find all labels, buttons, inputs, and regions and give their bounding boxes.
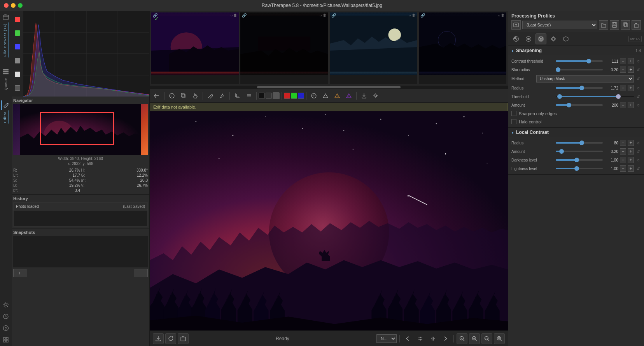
amount-slider[interactable]	[556, 102, 603, 108]
maximize-button[interactable]	[18, 3, 23, 8]
image-area[interactable]	[150, 111, 508, 330]
sidebar-item-settings[interactable]	[1, 300, 10, 309]
contrast-threshold-slider[interactable]	[556, 58, 603, 64]
histogram-red-toggle[interactable]	[15, 17, 20, 22]
triangle-tool-button[interactable]	[320, 90, 331, 101]
blur-radius-slider[interactable]	[556, 67, 603, 73]
snapshot-remove-button[interactable]: −	[135, 269, 148, 277]
thumb-4-delete-icon[interactable]: 🗑	[501, 13, 505, 18]
amount-decrement[interactable]: −	[620, 102, 626, 108]
lightness-level-thumb[interactable]	[574, 166, 579, 171]
sidebar-item-extra[interactable]	[1, 335, 10, 344]
thumb-4-reset-icon[interactable]: ○	[498, 13, 500, 18]
amount-thumb[interactable]	[567, 103, 571, 107]
thumb-1-reset-icon[interactable]: ○	[230, 13, 233, 18]
sidebar-item-help[interactable]: ?	[1, 323, 10, 333]
radius-slider[interactable]	[556, 85, 603, 91]
thumb-2-delete-icon[interactable]: 🗑	[323, 13, 327, 18]
sharpening-header[interactable]: ● Sharpening 1:4	[508, 46, 644, 55]
amount-reset[interactable]: ↺	[635, 103, 641, 107]
tab-color[interactable]	[523, 33, 534, 44]
thumbnail-2[interactable]: 🔗 ○ 🗑	[240, 12, 328, 84]
contrast-threshold-thumb[interactable]	[586, 59, 591, 63]
zoom-in-button[interactable]	[469, 333, 480, 344]
color-green-button[interactable]	[291, 93, 297, 99]
minimize-button[interactable]	[11, 3, 16, 8]
crop-tool-button[interactable]	[232, 90, 243, 101]
warning2-button[interactable]: !	[343, 90, 354, 101]
lc-radius-slider[interactable]	[556, 140, 603, 146]
hand-tool-button[interactable]	[190, 90, 201, 101]
blur-radius-thumb[interactable]	[556, 67, 560, 72]
mode-selector[interactable]: N...	[376, 334, 397, 343]
nav-flip-v-button[interactable]	[415, 333, 426, 344]
meta-tab[interactable]: META	[628, 36, 642, 42]
darkness-level-thumb[interactable]	[574, 158, 579, 162]
blur-radius-increment[interactable]: +	[628, 67, 634, 73]
history-row[interactable]: Photo loaded (Last Saved)	[14, 203, 147, 211]
lightness-level-reset[interactable]: ↺	[635, 167, 641, 171]
pp-load-icon-button[interactable]	[511, 20, 521, 30]
refresh-button[interactable]	[165, 333, 176, 344]
pencil-tool-button[interactable]	[205, 90, 216, 101]
nav-flip-h-button[interactable]	[427, 333, 438, 344]
info-button[interactable]: i	[166, 90, 177, 101]
processing-profile-select[interactable]: (Last Saved)	[522, 21, 597, 29]
histogram-green-toggle[interactable]	[15, 30, 20, 36]
settings-button[interactable]	[370, 90, 381, 101]
lightness-level-slider[interactable]	[556, 165, 603, 172]
sidebar-item-editor[interactable]	[1, 100, 10, 110]
pp-save-button[interactable]	[610, 20, 619, 30]
threshold-thumb-left[interactable]	[557, 94, 562, 99]
back-to-browser-button[interactable]	[151, 90, 162, 101]
tab-raw[interactable]	[560, 33, 571, 44]
tab-detail[interactable]	[536, 33, 546, 44]
save-queue-button[interactable]	[153, 333, 164, 344]
snapshot-add-button[interactable]: +	[13, 269, 26, 277]
histogram-lum-toggle[interactable]	[15, 58, 20, 63]
pp-paste-button[interactable]	[632, 20, 641, 30]
darkness-level-slider[interactable]	[556, 157, 603, 163]
lc-radius-increment[interactable]: +	[628, 140, 634, 146]
threshold-thumb-right[interactable]	[616, 94, 621, 99]
radius-reset[interactable]: ↺	[635, 86, 641, 90]
sidebar-item-profiles[interactable]	[1, 312, 10, 321]
radius-increment[interactable]: +	[628, 85, 634, 91]
export-button[interactable]	[359, 90, 369, 101]
transform-tool-button[interactable]	[243, 90, 254, 101]
bg-black-button[interactable]	[259, 93, 265, 99]
brush-tool-button[interactable]	[217, 90, 228, 101]
color-blue-button[interactable]	[298, 93, 304, 99]
nav-next-button[interactable]	[440, 333, 451, 344]
pp-copy-button[interactable]	[621, 20, 630, 30]
darkness-level-reset[interactable]: ↺	[635, 158, 641, 162]
lc-radius-reset[interactable]: ↺	[635, 141, 641, 145]
lc-amount-thumb[interactable]	[559, 149, 564, 154]
nav-prev-button[interactable]	[402, 333, 413, 344]
radius-decrement[interactable]: −	[620, 85, 626, 91]
method-select[interactable]: Unsharp Mask RLD	[536, 75, 634, 83]
lc-radius-thumb[interactable]	[579, 141, 584, 145]
tab-exposure[interactable]	[511, 33, 522, 44]
lc-amount-reset[interactable]: ↺	[635, 149, 641, 154]
contrast-threshold-reset[interactable]: ↺	[635, 59, 641, 63]
zoom-fit-button[interactable]: 1:1	[481, 333, 492, 344]
copy-button[interactable]	[178, 90, 189, 101]
lc-amount-increment[interactable]: +	[628, 148, 634, 155]
pp-open-folder-button[interactable]	[599, 20, 608, 30]
histogram-blue-toggle[interactable]	[15, 44, 20, 49]
thumb-2-reset-icon[interactable]: ○	[319, 13, 322, 18]
warning1-button[interactable]: !	[332, 90, 343, 101]
amount-increment[interactable]: +	[628, 102, 634, 108]
darkness-level-decrement[interactable]: −	[620, 157, 626, 163]
sidebar-item-queue[interactable]	[1, 67, 10, 76]
contrast-threshold-decrement[interactable]: −	[620, 58, 626, 64]
radius-thumb[interactable]	[579, 86, 584, 90]
sidebar-item-filebrowser[interactable]	[1, 12, 10, 22]
zoom-100-button[interactable]	[494, 333, 505, 344]
threshold-reset[interactable]: ↺	[635, 95, 641, 99]
histogram-black-toggle[interactable]	[15, 85, 20, 91]
filmstrip-scroll-thumb[interactable]	[257, 86, 400, 88]
thumb-3-delete-icon[interactable]: 🗑	[412, 13, 416, 18]
lightness-level-increment[interactable]: +	[628, 165, 634, 172]
